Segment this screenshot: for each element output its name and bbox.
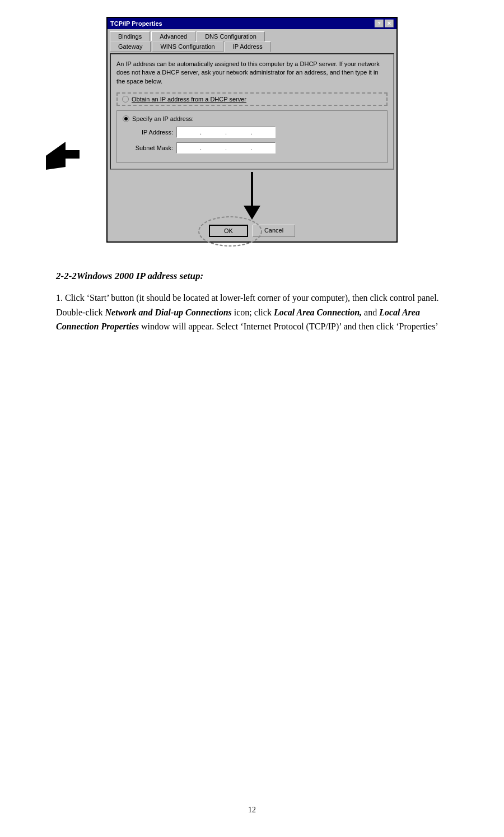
tab-ip-address[interactable]: IP Address [225,41,271,52]
description-text: An IP address can be automatically assig… [116,60,388,86]
tabs-row1: Bindings Advanced DNS Configuration [108,29,396,41]
dhcp-radio[interactable] [122,96,129,103]
text-section: 2-2-2Windows 2000 IP address setup: 1. C… [45,265,459,334]
ip-seg4[interactable] [253,127,275,137]
screenshot-area: TCP/IP Properties ? ✕ Bindings Advanced … [78,17,426,243]
tabs-row2: Gateway WINS Configuration IP Address [108,41,396,52]
specify-section: Specify an IP address: IP Address: . . . [116,110,388,163]
bold-italic-1: Network and Dial-up Connections [105,308,232,317]
down-arrow [241,172,263,222]
subnet-seg3[interactable] [227,143,250,153]
subnet-seg4[interactable] [253,143,275,153]
cancel-button[interactable]: Cancel [253,225,295,237]
section-heading: 2-2-2Windows 2000 IP address setup: [56,271,448,282]
bold-italic-2: Local Area Connection, [274,308,362,317]
page-number: 12 [248,806,256,814]
tcp-ip-dialog: TCP/IP Properties ? ✕ Bindings Advanced … [106,17,398,243]
subnet-seg1[interactable] [177,143,199,153]
specify-radio-option[interactable]: Specify an IP address: [123,115,381,122]
dhcp-label: Obtain an IP address from a DHCP server [132,96,246,103]
ip-seg1[interactable] [177,127,199,137]
tab-gateway[interactable]: Gateway [110,41,151,52]
tab-advanced[interactable]: Advanced [151,31,195,41]
tab-wins-configuration[interactable]: WINS Configuration [152,41,223,52]
ok-button[interactable]: OK [209,225,248,237]
specify-label: Specify an IP address: [132,115,194,122]
specify-radio[interactable] [123,115,129,122]
tab-bindings[interactable]: Bindings [110,31,150,41]
ip-address-row: IP Address: . . . [123,127,381,138]
body-text-4: window will appear. Select ‘Internet Pro… [139,322,438,331]
dialog-content: An IP address can be automatically assig… [110,53,394,170]
dialog-buttons: OK Cancel [108,222,396,241]
ip-address-input[interactable]: . . . [176,127,276,138]
subnet-mask-row: Subnet Mask: . . . [123,142,381,154]
svg-marker-0 [46,142,80,170]
subnet-mask-input[interactable]: . . . [176,142,276,154]
body-text-3: and [362,308,379,317]
subnet-seg2[interactable] [202,143,225,153]
help-button[interactable]: ? [375,20,384,27]
dhcp-radio-option[interactable]: Obtain an IP address from a DHCP server [122,96,246,103]
ip-address-label: IP Address: [123,129,173,136]
tab-dns-configuration[interactable]: DNS Configuration [197,31,265,41]
dialog-titlebar: TCP/IP Properties ? ✕ [108,18,396,29]
arrow-annotation [46,139,80,172]
section-body: 1. Click ‘Start’ button (it should be lo… [56,291,448,334]
ip-seg2[interactable] [202,127,225,137]
svg-marker-2 [244,206,260,220]
ok-button-wrapper: OK [209,225,248,237]
dialog-title: TCP/IP Properties [110,20,162,27]
body-text-2: icon; click [232,308,274,317]
ip-seg3[interactable] [227,127,250,137]
close-button[interactable]: ✕ [385,20,394,27]
subnet-mask-label: Subnet Mask: [123,145,173,151]
